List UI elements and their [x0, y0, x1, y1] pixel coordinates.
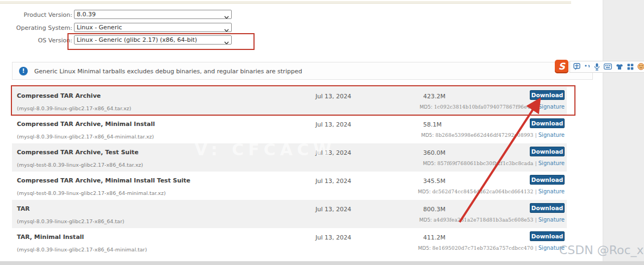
file-size: 800.3M [423, 206, 445, 213]
release-date: Jul 13, 2024 [315, 234, 351, 241]
file-size: 58.1M [423, 121, 442, 128]
download-button[interactable]: Download [530, 175, 565, 185]
signature-link[interactable]: Signature [538, 245, 565, 251]
operating-system-value: Linux - Generic [77, 24, 122, 31]
md5-hash: 857f69f768061bbc30fb2f1c3bc8cada [437, 161, 534, 166]
info-banner: ! Generic Linux Minimal tarballs exclude… [12, 62, 593, 80]
md5-hash: a4d93fea281a2e718d81b3aa5c608e53 [434, 217, 534, 223]
package-title: TAR [17, 205, 30, 212]
product-version-value: 8.0.39 [77, 11, 96, 18]
operating-system-select[interactable]: Linux - Generic [74, 23, 232, 32]
right-gutter [603, 0, 644, 265]
file-size: 345.5M [423, 178, 445, 185]
mysql-download-page: Product Version: Product Version: 8.0.39… [0, 0, 644, 265]
md5-hash: 8b268e53998e662d46df47292e08993 [435, 132, 533, 138]
table-row: TAR (mysql-8.0.39-linux-glibc2.17-x86_64… [12, 200, 567, 228]
table-row: Compressed TAR Archive, Test Suite (mysq… [12, 143, 567, 172]
sogou-logo-icon[interactable]: S [555, 60, 568, 73]
package-title: Compressed TAR Archive, Test Suite [17, 149, 139, 156]
package-title: TAR, Minimal Install [17, 234, 84, 241]
package-filename: (mysql-8.0.39-linux-glibc2.17-x86_64-min… [17, 247, 147, 253]
package-filename: (mysql-8.0.39-linux-glibc2.17-x86_64.tar… [17, 218, 125, 224]
package-title: Compressed TAR Archive, Minimal Install … [17, 177, 190, 184]
page-top-strip [0, 1, 571, 4]
table-row: Compressed TAR Archive, Minimal Install … [12, 115, 567, 143]
keyboard-icon[interactable] [604, 64, 612, 70]
skin-icon[interactable] [616, 64, 623, 70]
package-filename: (mysql-8.0.39-linux-glibc2.17-x86_64-min… [17, 134, 154, 140]
release-date: Jul 13, 2024 [315, 206, 351, 213]
table-row: Compressed TAR Archive, Minimal Install … [12, 172, 567, 200]
operating-system-label: Operating System: [10, 24, 72, 31]
chevron-down-icon [224, 26, 229, 32]
page-bottom-strip [0, 261, 644, 265]
download-button[interactable]: Download [530, 203, 565, 213]
product-version-select[interactable]: 8.0.39 [74, 10, 232, 19]
md5-line: MD5: 8b268e53998e662d46df47292e08993|Sig… [421, 132, 565, 138]
download-button[interactable]: Download [530, 147, 565, 156]
signature-link[interactable]: Signature [538, 132, 565, 138]
package-title: Compressed TAR Archive, Minimal Install [17, 121, 155, 128]
md5-line: MD5: a4d93fea281a2e718d81b3aa5c608e53|Si… [419, 217, 565, 223]
md5-line: MD5: 8e1695020d7c71eb7326a757cdbcc470|Si… [418, 245, 565, 251]
chevron-down-icon [224, 13, 229, 19]
download-button[interactable]: Download [530, 118, 565, 128]
md5-line: MD5: dc562d74cc8454dd62ca064bcd664132|Si… [418, 188, 565, 194]
emoji-icon[interactable] [637, 63, 644, 70]
md5-hash: 8e1695020d7c71eb7326a757cdbcc470 [432, 245, 534, 251]
os-version-label: OS Version: [26, 37, 72, 44]
file-size: 360.0M [423, 149, 445, 156]
info-banner-text: Generic Linux Minimal tarballs excludes … [34, 68, 302, 75]
first-row-highlight-box [11, 85, 575, 116]
chinese-input-icon[interactable] [573, 63, 580, 70]
package-filename: (mysql-test-8.0.39-linux-glibc2.17-x86_6… [17, 190, 166, 196]
release-date: Jul 13, 2024 [315, 121, 351, 128]
file-size: 411.2M [423, 234, 445, 241]
signature-link[interactable]: Signature [538, 188, 565, 194]
signature-link[interactable]: Signature [538, 160, 565, 166]
product-version-label: Product Version: [18, 11, 72, 18]
info-icon: ! [19, 67, 28, 75]
signature-link[interactable]: Signature [538, 217, 565, 223]
release-date: Jul 13, 2024 [315, 149, 351, 156]
ime-toolbar: S [555, 60, 644, 73]
ime-toolbar-buttons [569, 61, 644, 73]
table-row: TAR, Minimal Install (mysql-8.0.39-linux… [12, 228, 567, 256]
download-button[interactable]: Download [530, 231, 565, 241]
punctuation-icon[interactable] [584, 64, 590, 70]
package-filename: (mysql-test-8.0.39-linux-glibc2.17-x86_6… [17, 162, 143, 168]
toolbox-icon[interactable] [627, 64, 634, 70]
release-date: Jul 13, 2024 [315, 178, 351, 185]
md5-hash: dc562d74cc8454dd62ca064bcd664132 [432, 189, 534, 194]
os-version-highlight-box [67, 33, 255, 50]
md5-line: MD5: 857f69f768061bbc30fb2f1c3bc8cada|Si… [423, 160, 565, 166]
microphone-icon[interactable] [594, 63, 600, 71]
